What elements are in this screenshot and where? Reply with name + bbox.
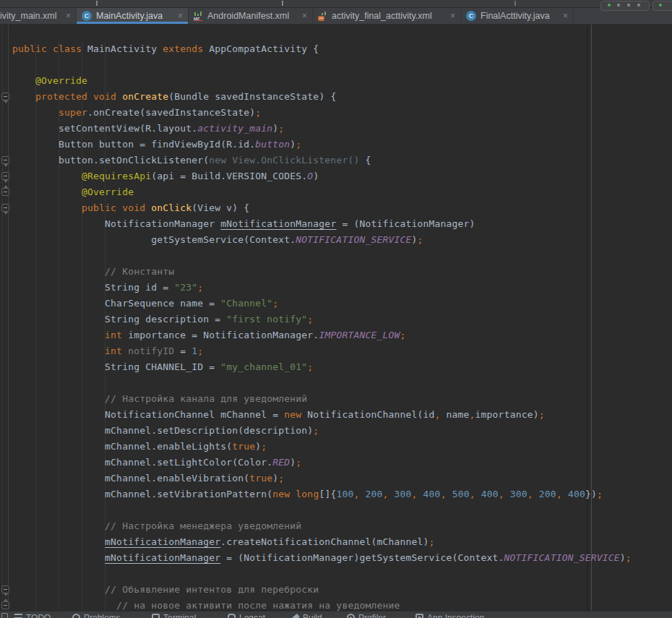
tab-label: ivity_main.xml bbox=[0, 11, 57, 21]
toolbar-separator bbox=[514, 1, 516, 6]
code-line: mChannel.enableLights(true); bbox=[12, 439, 632, 455]
build-icon bbox=[292, 614, 300, 618]
toolwindow-button-profiler[interactable]: Profiler bbox=[347, 613, 386, 618]
code-line bbox=[12, 57, 632, 73]
android-studio-window: { "ui": { "close_glyph": "×", "class_ico… bbox=[0, 0, 672, 618]
close-icon[interactable]: × bbox=[446, 8, 455, 24]
inspect-icon bbox=[415, 614, 423, 618]
code-line: Button button = findViewById(R.id.button… bbox=[12, 137, 632, 153]
tab-mainactivity-java[interactable]: CMainActivity.java× bbox=[77, 8, 189, 24]
toolwindow-button-label: TODO bbox=[26, 613, 51, 618]
code-editor[interactable]: public class MainActivity extends AppCom… bbox=[0, 24, 672, 618]
code-line: mChannel.setLightColor(Color.RED); bbox=[12, 455, 632, 471]
toolwindow-button-label: Problems bbox=[84, 613, 121, 618]
fold-marker-icon[interactable] bbox=[1, 93, 9, 100]
fold-marker-icon[interactable] bbox=[1, 172, 9, 180]
toolbar-separator bbox=[96, 1, 98, 6]
code-lines: public class MainActivity extends AppCom… bbox=[12, 41, 632, 614]
code-line: button.setOnClickListener(new View.OnCli… bbox=[12, 153, 632, 168]
code-line: mNotificationManager.createNotificationC… bbox=[12, 534, 632, 550]
manifest-file-icon: MF bbox=[194, 12, 203, 21]
code-line: NotificationManager mNotificationManager… bbox=[12, 216, 632, 232]
code-line: super.onCreate(savedInstanceState); bbox=[12, 105, 632, 121]
code-line: // Обьявление интентов для переброски bbox=[12, 582, 632, 598]
toolwindow-button-todo[interactable]: TODO bbox=[14, 613, 51, 618]
java-class-icon: C bbox=[82, 11, 92, 21]
code-line: @Override bbox=[12, 73, 632, 89]
tab-label: MainActivity.java bbox=[96, 11, 163, 21]
status-dot-icon bbox=[659, 4, 662, 7]
code-line: mChannel.setVibrationPattern(new long[]{… bbox=[12, 486, 632, 502]
tab-androidmanifest-xml[interactable]: MFAndroidManifest.xml× bbox=[189, 8, 313, 24]
code-line: int notifyID = 1; bbox=[12, 343, 632, 359]
toolbar-button-icon[interactable] bbox=[627, 4, 630, 7]
toolwindow-button-label: Logcat bbox=[239, 613, 265, 618]
window-icon[interactable] bbox=[1, 613, 8, 618]
fold-marker-icon[interactable] bbox=[1, 188, 9, 196]
toolwindow-button-label: Build bbox=[303, 613, 322, 618]
toolwindow-button-build[interactable]: Build bbox=[293, 613, 322, 618]
toolbar-button-icon[interactable] bbox=[617, 4, 620, 7]
code-line bbox=[12, 566, 632, 582]
editor-tab-bar: ivity_main.xml×CMainActivity.java×MFAndr… bbox=[0, 8, 672, 25]
device-controls-group[interactable] bbox=[652, 1, 672, 11]
tab-finalacttivity-java[interactable]: CFinalActtivity.java× bbox=[461, 8, 574, 24]
code-line: @Override bbox=[12, 184, 632, 200]
code-line bbox=[12, 502, 632, 518]
problems-icon bbox=[72, 614, 80, 618]
code-line: getSystemService(Context.NOTIFICATION_SE… bbox=[12, 232, 632, 248]
tool-window-bar: TODOProblemsTerminalLogcatBuildProfilerA… bbox=[0, 611, 672, 618]
code-line: // Настройка менеджера уведомлений bbox=[12, 518, 632, 534]
code-line: CharSequence name = "Channel"; bbox=[12, 296, 632, 312]
code-line bbox=[12, 375, 632, 391]
tab-label: FinalActtivity.java bbox=[481, 11, 550, 21]
toolwindow-button-label: Terminal bbox=[163, 613, 196, 618]
tab-label: activity_final_acttivity.xml bbox=[332, 11, 432, 21]
fold-marker-icon[interactable] bbox=[1, 156, 9, 164]
toolwindow-button-label: Profiler bbox=[358, 613, 386, 618]
code-line: NotificationChannel mChannel = new Notif… bbox=[12, 407, 632, 423]
layout-file-icon bbox=[318, 12, 327, 21]
tab-ivity-main-xml[interactable]: ivity_main.xml× bbox=[0, 8, 77, 24]
code-line: mNotificationManager = (NotificationMana… bbox=[12, 550, 632, 566]
code-line: public void onClick(View v) { bbox=[12, 200, 632, 216]
toolwindow-button-app-inspection[interactable]: App Inspection bbox=[415, 613, 484, 618]
close-icon[interactable]: × bbox=[61, 8, 71, 24]
code-line: mChannel.enableVibration(true); bbox=[12, 471, 632, 486]
close-icon[interactable]: × bbox=[173, 8, 183, 24]
run-icon[interactable] bbox=[608, 4, 611, 7]
toolwindow-button-logcat[interactable]: Logcat bbox=[228, 613, 265, 618]
code-line: String CHANNEL_ID = "my_channel_01"; bbox=[12, 359, 632, 375]
code-line bbox=[12, 248, 632, 264]
code-line: int importance = NotificationManager.IMP… bbox=[12, 327, 632, 343]
code-line: String id = "23"; bbox=[12, 280, 632, 296]
close-icon[interactable]: × bbox=[298, 8, 307, 24]
logcat-icon bbox=[228, 614, 236, 618]
close-icon[interactable]: × bbox=[559, 8, 568, 24]
fold-marker-icon[interactable] bbox=[1, 204, 9, 212]
toolwindow-button-problems[interactable]: Problems bbox=[72, 613, 121, 618]
code-line: String description = "first notify"; bbox=[12, 312, 632, 327]
code-line: setContentView(R.layout.activity_main); bbox=[12, 121, 632, 137]
gutter-fold-line bbox=[8, 24, 9, 618]
code-line: public class MainActivity extends AppCom… bbox=[12, 41, 632, 57]
run-controls-group[interactable] bbox=[600, 1, 650, 11]
code-line: mChannel.setDescription(description); bbox=[12, 423, 632, 439]
main-toolbar-strip bbox=[0, 0, 672, 8]
code-line: // Настройка канала для уведомлений bbox=[12, 391, 632, 407]
fold-marker-icon[interactable] bbox=[1, 585, 9, 593]
java-class-icon: C bbox=[466, 11, 476, 21]
fold-marker-icon[interactable] bbox=[1, 601, 9, 609]
toolbar-button-icon[interactable] bbox=[637, 4, 640, 7]
code-line: // Константы bbox=[12, 264, 632, 280]
tab-activity-final-acttivity-xml[interactable]: activity_final_acttivity.xml× bbox=[313, 8, 461, 24]
code-line: protected void onCreate(Bundle savedInst… bbox=[12, 89, 632, 105]
code-line: @RequiresApi(api = Build.VERSION_CODES.O… bbox=[12, 168, 632, 184]
todo-icon bbox=[14, 614, 22, 618]
gutter-line bbox=[2, 24, 3, 618]
toolwindow-button-label: App Inspection bbox=[427, 613, 484, 618]
toolbar-separator bbox=[282, 1, 283, 6]
profiler-icon bbox=[347, 614, 355, 618]
tab-label: AndroidManifest.xml bbox=[207, 11, 289, 21]
toolwindow-button-terminal[interactable]: Terminal bbox=[152, 613, 196, 618]
